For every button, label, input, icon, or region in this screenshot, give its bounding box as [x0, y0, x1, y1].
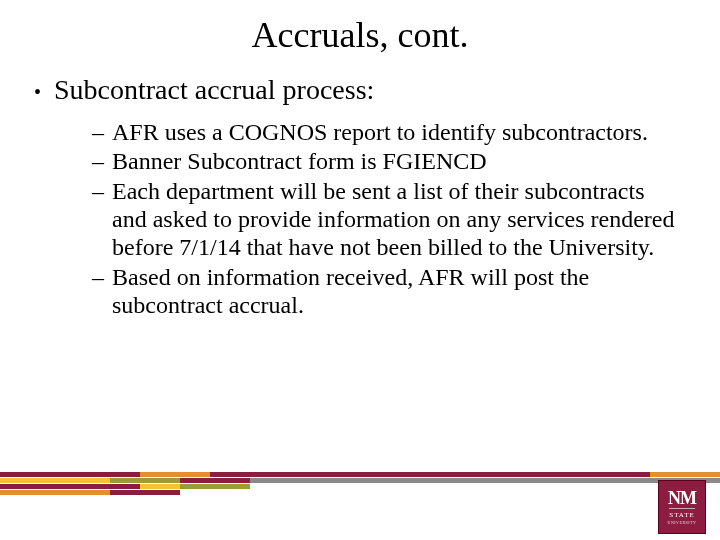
bar-icon [180, 484, 250, 489]
bullet-item: • Subcontract accrual process: [34, 74, 680, 108]
bar-icon [0, 472, 140, 477]
slide-title: Accruals, cont. [0, 0, 720, 56]
list-item: – Based on information received, AFR wil… [92, 263, 680, 320]
sub-text: Banner Subcontract form is FGIENCD [112, 147, 680, 175]
bar-icon [0, 490, 110, 495]
sub-list: – AFR uses a COGNOS report to identify s… [92, 118, 680, 319]
bar-icon [140, 484, 180, 489]
bar-icon [650, 472, 720, 477]
bar-icon [180, 478, 250, 483]
bar-icon [140, 472, 210, 477]
bar-icon [210, 472, 650, 477]
bar-icon [250, 478, 720, 483]
bar-icon [110, 490, 180, 495]
bullet-text: Subcontract accrual process: [54, 74, 680, 106]
dash-icon: – [92, 147, 112, 175]
dash-icon: – [92, 118, 112, 146]
logo-line-1: NM [668, 490, 696, 506]
dash-icon: – [92, 177, 112, 205]
bar-icon [0, 484, 140, 489]
list-item: – Banner Subcontract form is FGIENCD [92, 147, 680, 175]
logo-line-3: UNIVERSITY [668, 520, 697, 525]
footer-bars [0, 472, 720, 498]
content-area: • Subcontract accrual process: – AFR use… [34, 74, 680, 320]
list-item: – AFR uses a COGNOS report to identify s… [92, 118, 680, 146]
bar-icon [110, 478, 180, 483]
sub-text: Based on information received, AFR will … [112, 263, 680, 320]
nmsu-logo: NM STATE UNIVERSITY [658, 480, 706, 534]
sub-text: Each department will be sent a list of t… [112, 177, 680, 262]
sub-text: AFR uses a COGNOS report to identify sub… [112, 118, 680, 146]
slide: Accruals, cont. • Subcontract accrual pr… [0, 0, 720, 540]
logo-line-2: STATE [669, 508, 694, 519]
bar-icon [0, 478, 110, 483]
list-item: – Each department will be sent a list of… [92, 177, 680, 262]
bullet-dot-icon: • [34, 75, 54, 109]
dash-icon: – [92, 263, 112, 291]
